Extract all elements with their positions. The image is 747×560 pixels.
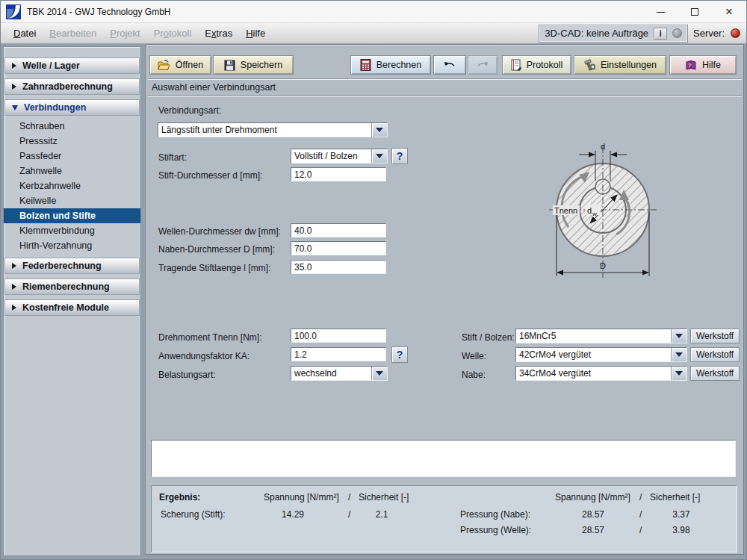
sidebar-section-welle-lager[interactable]: Welle / Lager: [4, 57, 140, 74]
sidebar-section-riemenberechnung[interactable]: Riemenberechnung: [4, 279, 140, 295]
settings-button[interactable]: Einstellungen: [574, 55, 666, 75]
result-row-label: Scherung (Stift):: [161, 509, 226, 520]
pin-connection-diagram: d D Tnenn d w: [536, 137, 670, 294]
verbindungsart-label: Verbindungsart:: [158, 105, 221, 116]
belastungsart-select[interactable]: wechselnd: [291, 366, 388, 381]
dropdown-button[interactable]: [671, 367, 686, 380]
result-value-spannung: 14.29: [270, 509, 316, 520]
diagram-label-D: D: [600, 261, 606, 270]
chevron-right-icon: [12, 305, 16, 311]
dropdown-button[interactable]: [371, 123, 387, 137]
sidebar-item-zahnwelle[interactable]: Zahnwelle: [4, 164, 140, 178]
result-value-sicherheit: 3.98: [665, 525, 698, 535]
value-separator: /: [639, 525, 642, 535]
menu-extras[interactable]: Extras: [198, 25, 239, 42]
minimize-button[interactable]: [643, 1, 678, 23]
col-header-sicherheit: Sicherheit [-]: [650, 492, 700, 503]
maximize-button[interactable]: [678, 1, 712, 23]
cad-status-led: [672, 28, 682, 38]
main-panel: Öffnen Speichern Berechnen Protokoll: [146, 44, 744, 555]
sidebar-item-passfeder[interactable]: Passfeder: [4, 149, 140, 164]
anwendungsfaktor-input[interactable]: [291, 347, 386, 361]
drehmoment-input[interactable]: [291, 329, 386, 343]
col-separator: /: [639, 492, 642, 503]
sidebar-item-presssitz[interactable]: Presssitz: [4, 134, 140, 149]
stiftlaenge-input[interactable]: [291, 260, 386, 274]
sidebar-item-keilwelle[interactable]: Keilwelle: [4, 193, 140, 208]
menu-datei[interactable]: Datei: [7, 25, 43, 42]
stiftart-select[interactable]: Vollstift / Bolzen: [291, 149, 388, 164]
chevron-down-icon: [376, 128, 383, 132]
drehmoment-label: Drehmoment Tnenn [Nm]:: [158, 332, 262, 343]
menu-hilfe[interactable]: Hilfe: [239, 25, 272, 42]
divider: [148, 78, 742, 80]
belastungsart-label: Belastungsart:: [158, 370, 216, 380]
col-separator: /: [348, 492, 350, 503]
dropdown-button[interactable]: [671, 348, 686, 361]
undo-icon: [443, 60, 456, 70]
divider: [148, 96, 742, 97]
stift-durchmesser-input[interactable]: [291, 167, 386, 181]
result-value-spannung: 28.57: [570, 509, 616, 520]
undo-button[interactable]: [433, 55, 466, 75]
app-window: TBK 2014 - GWJ Technology GmbH × Datei B…: [0, 0, 747, 560]
nabe-werkstoff-button[interactable]: Werkstoff: [690, 366, 740, 381]
server-label: Server:: [693, 28, 725, 39]
stiftart-help-button[interactable]: ?: [391, 148, 408, 164]
help-button[interactable]: ? Hilfe: [669, 55, 737, 75]
stift-werkstoff-button[interactable]: Werkstoff: [690, 329, 740, 343]
help-book-icon: ?: [685, 60, 697, 71]
server-status-led: [731, 28, 740, 38]
sidebar-section-zahnradberechnung[interactable]: Zahnradberechnung: [4, 78, 140, 95]
result-row-label: Pressung (Welle):: [460, 525, 531, 535]
menu-protokoll: Protokoll: [147, 25, 199, 42]
sidebar-item-kerbzahnwelle[interactable]: Kerbzahnwelle: [4, 178, 140, 193]
protocol-button[interactable]: Protokoll: [502, 55, 571, 75]
value-separator: /: [639, 509, 642, 520]
diagram-label-dw-sub: w: [592, 211, 597, 217]
naben-durchmesser-input[interactable]: [291, 241, 386, 255]
app-logo-icon: [6, 4, 21, 19]
svg-text:?: ?: [688, 62, 692, 69]
nabe-label: Nabe:: [462, 370, 486, 380]
close-button[interactable]: ×: [712, 1, 746, 23]
chevron-down-icon: [675, 371, 683, 376]
stift-bolzen-material-select[interactable]: 16MnCr5: [515, 329, 687, 343]
sidebar-item-schrauben[interactable]: Schrauben: [4, 119, 140, 134]
col-header-spannung: Spannung [N/mm²]: [555, 492, 630, 503]
window-title: TBK 2014 - GWJ Technology GmbH: [27, 7, 171, 17]
nabe-material-value: 34CrMo4 vergütet: [516, 368, 671, 379]
open-button[interactable]: Öffnen: [149, 55, 211, 75]
cad-status-box: 3D-CAD: keine Aufträge i: [539, 25, 687, 42]
stiftart-value: Vollstift / Bolzen: [291, 151, 371, 161]
sidebar-section-kostenfreie-module[interactable]: Kostenfreie Module: [4, 299, 140, 316]
sidebar-section-verbindungen[interactable]: Verbindungen: [4, 99, 140, 116]
chevron-right-icon: [12, 284, 16, 290]
calculator-icon: [360, 59, 371, 71]
welle-werkstoff-button[interactable]: Werkstoff: [690, 347, 740, 362]
nabe-material-select[interactable]: 34CrMo4 vergütet: [515, 366, 687, 381]
content-area: Welle / Lager Zahnradberechnung Verbindu…: [1, 44, 746, 559]
sidebar-item-hirth-verzahnung[interactable]: Hirth-Verzahnung: [4, 238, 140, 253]
anwendungsfaktor-help-button[interactable]: ?: [391, 346, 408, 363]
sidebar-section-federberechnung[interactable]: Federberechnung: [4, 258, 140, 274]
diagram-label-d: d: [601, 142, 605, 151]
results-panel: Ergebnis: Spannung [N/mm²] / Sicherheit …: [151, 485, 737, 553]
save-button[interactable]: Speichern: [213, 55, 294, 75]
open-folder-icon: [158, 60, 170, 71]
dropdown-button[interactable]: [371, 149, 387, 163]
dropdown-button[interactable]: [371, 367, 387, 380]
dropdown-button[interactable]: [671, 329, 686, 343]
verbindungsart-select[interactable]: Längsstift unter Drehmoment: [158, 122, 388, 137]
chevron-down-icon: [675, 334, 683, 338]
info-button[interactable]: i: [654, 28, 667, 40]
calculate-button[interactable]: Berechnen: [350, 55, 431, 75]
menu-bearbeiten: Bearbeiten: [43, 25, 103, 42]
wellen-durchmesser-input[interactable]: [291, 223, 386, 237]
result-value-sicherheit: 2.1: [367, 509, 397, 520]
welle-material-select[interactable]: 42CrMo4 vergütet: [515, 347, 687, 362]
sidebar-item-klemmverbindung[interactable]: Klemmverbindung: [4, 223, 140, 238]
close-icon: ×: [725, 4, 733, 19]
tools-icon: [583, 59, 595, 71]
sidebar-item-bolzen-und-stifte[interactable]: Bolzen und Stifte: [4, 208, 140, 223]
